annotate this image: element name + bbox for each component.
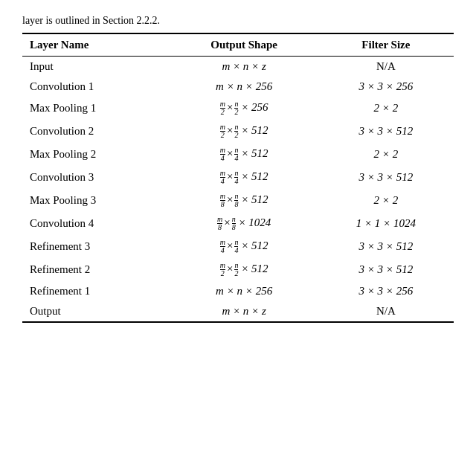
layer-name-cell: Max Pooling 3 [22,189,170,212]
layer-name-cell: Max Pooling 2 [22,143,170,166]
col-header-output: Output Shape [170,33,318,57]
output-shape-cell: m × n × z [170,301,318,322]
filter-size-cell: N/A [318,301,454,322]
table-header-row: Layer Name Output Shape Filter Size [22,33,454,57]
table-row: Refinement 2m2×n2 × 5123 × 3 × 512 [22,258,454,281]
layer-table: Layer Name Output Shape Filter Size Inpu… [22,33,454,323]
output-shape-cell: m2×n2 × 512 [170,120,318,143]
layer-name-cell: Refinement 1 [22,281,170,301]
filter-size-cell: 1 × 1 × 1024 [318,212,454,235]
filter-size-cell: 3 × 3 × 512 [318,258,454,281]
output-shape-cell: m4×n4 × 512 [170,235,318,258]
output-shape-cell: m4×n4 × 512 [170,143,318,166]
layer-name-cell: Convolution 4 [22,212,170,235]
output-shape-cell: m2×n2 × 512 [170,258,318,281]
output-shape-cell: m × n × z [170,57,318,77]
filter-size-cell: 2 × 2 [318,97,454,120]
table-row: Convolution 1m × n × 2563 × 3 × 256 [22,77,454,97]
filter-size-cell: N/A [318,57,454,77]
col-header-layer: Layer Name [22,33,170,57]
table-row: Convolution 3m4×n4 × 5123 × 3 × 512 [22,166,454,189]
col-header-filter: Filter Size [318,33,454,57]
filter-size-cell: 2 × 2 [318,143,454,166]
filter-size-cell: 2 × 2 [318,189,454,212]
table-row: Max Pooling 2m4×n4 × 5122 × 2 [22,143,454,166]
output-shape-cell: m8×n8 × 1024 [170,212,318,235]
filter-size-cell: 3 × 3 × 512 [318,120,454,143]
table-row: Refinement 1m × n × 2563 × 3 × 256 [22,281,454,301]
layer-name-cell: Convolution 1 [22,77,170,97]
filter-size-cell: 3 × 3 × 512 [318,166,454,189]
table-row: Refinement 3m4×n4 × 5123 × 3 × 512 [22,235,454,258]
layer-name-cell: Convolution 2 [22,120,170,143]
layer-name-cell: Refinement 2 [22,258,170,281]
table-row: Max Pooling 1m2×n2 × 2562 × 2 [22,97,454,120]
output-shape-cell: m2×n2 × 256 [170,97,318,120]
table-row: Convolution 4m8×n8 × 10241 × 1 × 1024 [22,212,454,235]
filter-size-cell: 3 × 3 × 256 [318,281,454,301]
layer-name-cell: Output [22,301,170,322]
intro-text: layer is outlined in Section 2.2.2. [22,15,454,27]
table-row: Inputm × n × zN/A [22,57,454,77]
layer-name-cell: Max Pooling 1 [22,97,170,120]
output-shape-cell: m × n × 256 [170,77,318,97]
output-shape-cell: m8×n8 × 512 [170,189,318,212]
table-row: Convolution 2m2×n2 × 5123 × 3 × 512 [22,120,454,143]
layer-name-cell: Input [22,57,170,77]
table-row: Max Pooling 3m8×n8 × 5122 × 2 [22,189,454,212]
layer-name-cell: Convolution 3 [22,166,170,189]
layer-name-cell: Refinement 3 [22,235,170,258]
table-container: layer is outlined in Section 2.2.2. Laye… [22,15,454,323]
table-row: Outputm × n × zN/A [22,301,454,322]
output-shape-cell: m × n × 256 [170,281,318,301]
output-shape-cell: m4×n4 × 512 [170,166,318,189]
filter-size-cell: 3 × 3 × 512 [318,235,454,258]
filter-size-cell: 3 × 3 × 256 [318,77,454,97]
